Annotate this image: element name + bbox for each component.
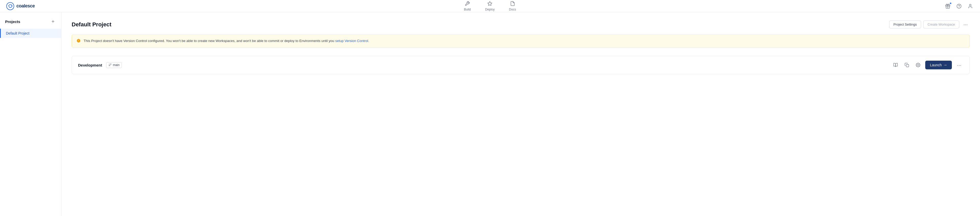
- nav-docs-label: Docs: [509, 8, 516, 11]
- logo-text: coalesce: [16, 3, 35, 9]
- nav-build[interactable]: Build: [462, 0, 473, 12]
- gift-badge: [949, 2, 952, 5]
- add-project-button[interactable]: +: [50, 18, 56, 25]
- topnav-right: [944, 3, 974, 10]
- launch-label: Launch: [930, 63, 942, 67]
- deploy-icon: [487, 1, 493, 7]
- workspace-book-icon[interactable]: [891, 61, 900, 69]
- workspace-ellipsis-icon: ···: [957, 62, 961, 68]
- launch-button[interactable]: Launch →: [925, 60, 952, 69]
- ellipsis-icon: ···: [963, 22, 968, 27]
- main-header: Default Project Project Settings Create …: [72, 21, 970, 29]
- workspace-copy-icon[interactable]: [903, 61, 911, 69]
- setup-version-control-link[interactable]: setup Version Control.: [335, 39, 369, 43]
- launch-arrow-icon: →: [943, 63, 947, 67]
- sidebar-item-label: Default Project: [6, 31, 29, 35]
- svg-point-14: [918, 65, 919, 66]
- nav-deploy[interactable]: Deploy: [483, 0, 496, 12]
- branch-icon: [108, 63, 111, 67]
- workspace-more-button[interactable]: ···: [955, 61, 963, 69]
- docs-icon: [510, 1, 515, 7]
- svg-point-6: [969, 4, 971, 6]
- workspace-branch: main: [106, 62, 122, 68]
- topnav: coalesce Build Deploy: [0, 0, 980, 12]
- nav-docs[interactable]: Docs: [507, 0, 518, 12]
- main-actions: Project Settings Create Workspace ···: [889, 21, 970, 29]
- sidebar-title: Projects: [5, 19, 20, 24]
- workspace-name: Development: [78, 63, 102, 67]
- workspace-left: Development main: [78, 62, 122, 68]
- warning-icon: [76, 39, 81, 44]
- workspace-card: Development main: [72, 56, 970, 74]
- layout: Projects + Default Project Default Proje…: [0, 12, 980, 216]
- warning-message: This Project doesn't have Version Contro…: [84, 38, 369, 43]
- user-icon[interactable]: [967, 3, 974, 10]
- create-workspace-button[interactable]: Create Workspace: [923, 21, 959, 29]
- more-actions-button[interactable]: ···: [961, 21, 970, 29]
- nav-deploy-label: Deploy: [485, 8, 495, 11]
- nav-build-label: Build: [464, 8, 471, 11]
- warning-banner: This Project doesn't have Version Contro…: [72, 35, 970, 48]
- page-title: Default Project: [72, 21, 111, 28]
- branch-name: main: [113, 63, 119, 67]
- logo[interactable]: coalesce: [6, 2, 35, 10]
- main-content: Default Project Project Settings Create …: [61, 12, 980, 216]
- help-icon[interactable]: [955, 3, 963, 10]
- workspace-right: Launch → ···: [891, 60, 963, 69]
- project-settings-button[interactable]: Project Settings: [889, 21, 921, 29]
- svg-marker-1: [488, 1, 492, 5]
- svg-point-4: [957, 4, 961, 8]
- sidebar-item-default-project[interactable]: Default Project: [0, 29, 61, 38]
- build-icon: [465, 1, 470, 7]
- svg-rect-13: [906, 65, 909, 67]
- svg-point-0: [6, 2, 14, 10]
- workspace-settings-icon[interactable]: [914, 61, 922, 69]
- sidebar: Projects + Default Project: [0, 12, 61, 216]
- gift-icon[interactable]: [944, 3, 951, 10]
- sidebar-header: Projects +: [0, 18, 61, 29]
- topnav-center: Build Deploy Docs: [462, 0, 518, 12]
